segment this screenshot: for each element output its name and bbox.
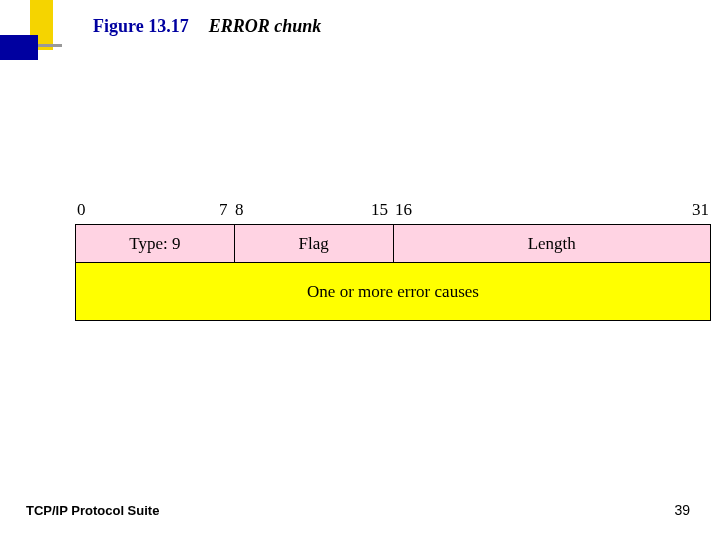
figure-caption: ERROR chunk [209,16,322,36]
bit-label-8: 8 [235,200,244,220]
figure-title: Figure 13.17 ERROR chunk [93,16,321,37]
field-flag: Flag [234,225,393,263]
bit-label-31: 31 [692,200,709,220]
packet-table: Type: 9 Flag Length One or more error ca… [75,224,711,321]
packet-diagram: 0 7 8 15 16 31 Type: 9 Flag Length One o… [75,200,711,321]
table-row: Type: 9 Flag Length [76,225,711,263]
bit-label-0: 0 [77,200,86,220]
slide-logo [0,0,80,85]
field-type: Type: 9 [76,225,235,263]
logo-blue-block [0,35,38,60]
page-number: 39 [674,502,690,518]
bit-label-16: 16 [395,200,412,220]
field-error-causes: One or more error causes [76,263,711,321]
bit-label-7: 7 [219,200,228,220]
field-length: Length [393,225,711,263]
bit-ruler: 0 7 8 15 16 31 [75,200,711,224]
figure-number: Figure 13.17 [93,16,189,36]
bit-label-15: 15 [371,200,388,220]
footer-suite: TCP/IP Protocol Suite [26,503,159,518]
table-row: One or more error causes [76,263,711,321]
